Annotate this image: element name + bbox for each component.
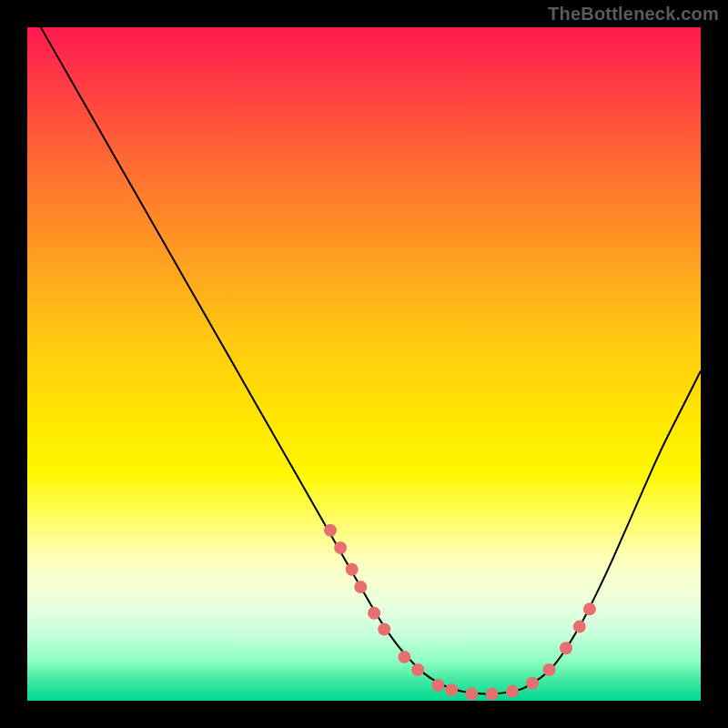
- highlight-dot: [583, 602, 596, 615]
- highlight-dot: [560, 642, 572, 654]
- highlight-dot: [398, 651, 410, 663]
- highlight-dot: [324, 524, 337, 537]
- highlight-dot: [465, 688, 478, 701]
- highlight-dot: [543, 663, 556, 676]
- curve-layer: [27, 27, 701, 701]
- chart-container: TheBottleneck.com: [0, 0, 728, 728]
- highlight-dot: [346, 563, 359, 576]
- highlight-dot: [411, 663, 424, 676]
- plot-area: [27, 27, 701, 701]
- highlight-dot: [368, 607, 380, 620]
- attribution-text: TheBottleneck.com: [548, 4, 719, 25]
- highlight-dot: [378, 623, 390, 636]
- bottleneck-curve: [41, 27, 701, 694]
- highlight-dots-group: [324, 524, 596, 701]
- highlight-dot: [486, 688, 499, 701]
- highlight-dot: [445, 683, 458, 696]
- highlight-dot: [526, 677, 539, 690]
- highlight-dot: [431, 679, 444, 692]
- highlight-dot: [334, 541, 347, 554]
- highlight-dot: [506, 685, 519, 698]
- highlight-dot: [354, 581, 367, 593]
- highlight-dot: [573, 621, 586, 633]
